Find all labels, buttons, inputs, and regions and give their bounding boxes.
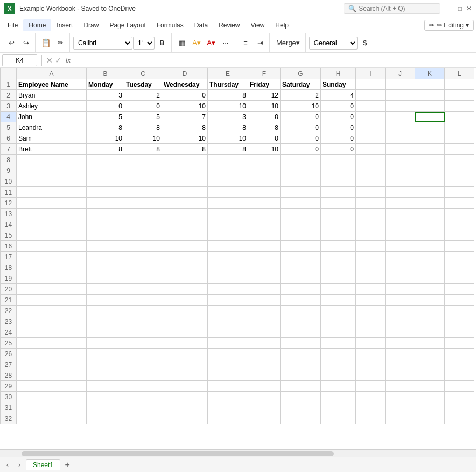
cell-H17[interactable]: [321, 252, 356, 262]
cell-C23[interactable]: [124, 316, 162, 327]
cell-A19[interactable]: [17, 273, 87, 284]
row-header-17[interactable]: 17: [1, 252, 17, 262]
cell-L27[interactable]: [445, 359, 474, 370]
cell-F10[interactable]: [248, 176, 281, 187]
cell-B28[interactable]: [87, 370, 124, 381]
menu-data[interactable]: Data: [189, 19, 213, 31]
row-header-20[interactable]: 20: [1, 284, 17, 295]
cell-H19[interactable]: [321, 273, 356, 284]
cell-K23[interactable]: [415, 316, 445, 327]
cell-F9[interactable]: [248, 165, 281, 176]
cell-C28[interactable]: [124, 370, 162, 381]
cell-D4[interactable]: 7: [162, 112, 208, 122]
cell-A25[interactable]: [17, 338, 87, 349]
cell-L11[interactable]: [445, 187, 474, 198]
cell-J21[interactable]: [386, 295, 415, 306]
cell-F8[interactable]: [248, 155, 281, 165]
cell-L9[interactable]: [445, 165, 474, 176]
cell-F19[interactable]: [248, 273, 281, 284]
cell-G11[interactable]: [281, 187, 321, 198]
cell-A17[interactable]: [17, 252, 87, 262]
cell-J14[interactable]: [386, 219, 415, 230]
cell-B14[interactable]: [87, 219, 124, 230]
cell-E23[interactable]: [208, 316, 248, 327]
cell-B2[interactable]: 3: [87, 90, 124, 101]
cell-A32[interactable]: [17, 413, 87, 424]
cell-C9[interactable]: [124, 165, 162, 176]
cell-D32[interactable]: [162, 413, 208, 424]
row-header-13[interactable]: 13: [1, 209, 17, 219]
cell-D21[interactable]: [162, 295, 208, 306]
cell-F13[interactable]: [248, 209, 281, 219]
cell-K14[interactable]: [415, 219, 445, 230]
cell-F32[interactable]: [248, 413, 281, 424]
cell-H10[interactable]: [321, 176, 356, 187]
cell-C1[interactable]: Tuesday: [124, 79, 162, 90]
cell-K19[interactable]: [415, 273, 445, 284]
cell-E14[interactable]: [208, 219, 248, 230]
cell-C3[interactable]: 0: [124, 101, 162, 112]
cell-D30[interactable]: [162, 392, 208, 402]
row-header-23[interactable]: 23: [1, 316, 17, 327]
cell-E21[interactable]: [208, 295, 248, 306]
cell-L10[interactable]: [445, 176, 474, 187]
cell-G27[interactable]: [281, 359, 321, 370]
col-header-D[interactable]: D: [162, 68, 208, 79]
row-header-15[interactable]: 15: [1, 230, 17, 241]
cell-C10[interactable]: [124, 176, 162, 187]
cell-E10[interactable]: [208, 176, 248, 187]
maximize-btn[interactable]: □: [458, 5, 462, 12]
row-header-32[interactable]: 32: [1, 413, 17, 424]
cell-C19[interactable]: [124, 273, 162, 284]
cell-J12[interactable]: [386, 198, 415, 209]
cell-L20[interactable]: [445, 284, 474, 295]
cell-G15[interactable]: [281, 230, 321, 241]
cell-H28[interactable]: [321, 370, 356, 381]
cell-H9[interactable]: [321, 165, 356, 176]
cell-L1[interactable]: [445, 79, 474, 90]
cell-D10[interactable]: [162, 176, 208, 187]
cell-A14[interactable]: [17, 219, 87, 230]
cell-K16[interactable]: [415, 241, 445, 252]
cell-A6[interactable]: Sam: [17, 133, 87, 144]
cell-L12[interactable]: [445, 198, 474, 209]
cell-B19[interactable]: [87, 273, 124, 284]
cell-E13[interactable]: [208, 209, 248, 219]
cell-H30[interactable]: [321, 392, 356, 402]
cell-I17[interactable]: [356, 252, 386, 262]
cell-I7[interactable]: [356, 144, 386, 155]
row-header-21[interactable]: 21: [1, 295, 17, 306]
editing-button[interactable]: ✏ ✏ Editing ▾: [424, 20, 474, 31]
cell-I11[interactable]: [356, 187, 386, 198]
cell-D14[interactable]: [162, 219, 208, 230]
row-header-1[interactable]: 1: [1, 79, 17, 90]
cell-B8[interactable]: [87, 155, 124, 165]
cell-A21[interactable]: [17, 295, 87, 306]
cell-A18[interactable]: [17, 262, 87, 273]
cell-L8[interactable]: [445, 155, 474, 165]
cell-L16[interactable]: [445, 241, 474, 252]
cell-G23[interactable]: [281, 316, 321, 327]
cell-L31[interactable]: [445, 402, 474, 413]
cell-G30[interactable]: [281, 392, 321, 402]
row-header-11[interactable]: 11: [1, 187, 17, 198]
cell-D16[interactable]: [162, 241, 208, 252]
cell-E9[interactable]: [208, 165, 248, 176]
row-header-9[interactable]: 9: [1, 165, 17, 176]
cell-G16[interactable]: [281, 241, 321, 252]
cell-I28[interactable]: [356, 370, 386, 381]
cell-G20[interactable]: [281, 284, 321, 295]
cell-B30[interactable]: [87, 392, 124, 402]
cell-G24[interactable]: [281, 327, 321, 338]
cell-L18[interactable]: [445, 262, 474, 273]
cell-H13[interactable]: [321, 209, 356, 219]
cell-K9[interactable]: [415, 165, 445, 176]
cell-F28[interactable]: [248, 370, 281, 381]
cell-A24[interactable]: [17, 327, 87, 338]
cell-L3[interactable]: [445, 101, 474, 112]
cell-D5[interactable]: 8: [162, 122, 208, 133]
cancel-formula-button[interactable]: ✕: [46, 56, 53, 65]
cell-E24[interactable]: [208, 327, 248, 338]
cell-E18[interactable]: [208, 262, 248, 273]
cell-E28[interactable]: [208, 370, 248, 381]
